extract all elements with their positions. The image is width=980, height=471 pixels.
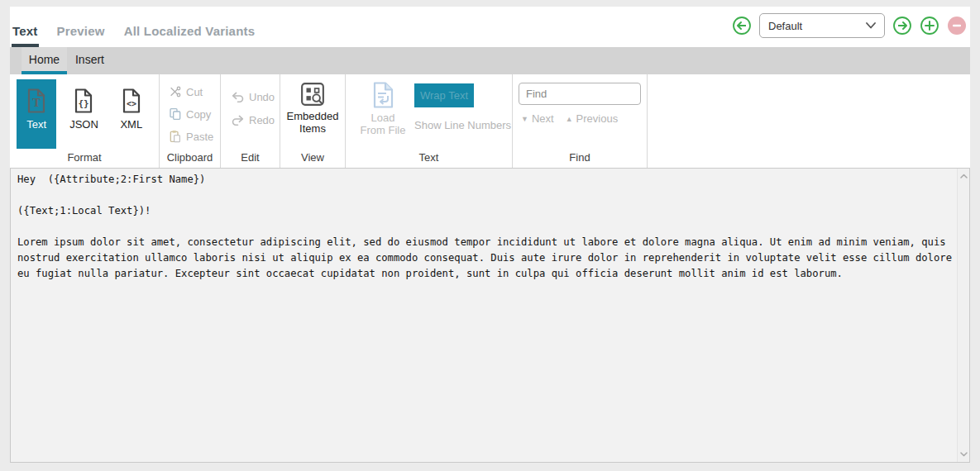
format-group-label: Format bbox=[10, 151, 159, 164]
plus-circle-icon bbox=[920, 16, 939, 36]
svg-text:<>: <> bbox=[127, 99, 136, 108]
load-from-file-icon bbox=[372, 82, 394, 108]
find-nav: ▼ Next ▲ Previous bbox=[519, 112, 647, 125]
variant-dropdown[interactable]: Default bbox=[759, 13, 885, 38]
arrow-left-circle-icon bbox=[732, 16, 752, 36]
ribbon-group-edit: Undo Redo Edit bbox=[221, 74, 280, 168]
next-variant-button[interactable] bbox=[892, 16, 912, 36]
format-json-label: JSON bbox=[69, 118, 98, 131]
show-line-numbers-button[interactable]: Show Line Numbers bbox=[414, 119, 511, 131]
format-text-button[interactable]: T Text bbox=[17, 79, 56, 149]
header: Text Preview All Localized Variants Defa… bbox=[10, 7, 970, 47]
remove-variant-button[interactable] bbox=[947, 16, 967, 36]
wrap-text-button[interactable]: Wrap Text bbox=[414, 83, 474, 107]
previous-variant-button[interactable] bbox=[732, 16, 752, 36]
paste-icon bbox=[169, 130, 182, 143]
ribbon-group-find: ▼ Next ▲ Previous Find bbox=[513, 74, 648, 168]
format-json-button[interactable]: {} JSON bbox=[64, 79, 103, 149]
find-input[interactable] bbox=[519, 83, 641, 105]
view-group-label: View bbox=[280, 151, 345, 164]
ribbon-tab-insert[interactable]: Insert bbox=[67, 47, 112, 74]
find-previous-button[interactable]: ▲ Previous bbox=[566, 112, 619, 125]
text-group-label: Text bbox=[346, 151, 512, 164]
ribbon-tab-home[interactable]: Home bbox=[22, 47, 67, 74]
clipboard-group-label: Clipboard bbox=[160, 151, 220, 164]
paste-label: Paste bbox=[186, 131, 213, 143]
cut-label: Cut bbox=[186, 86, 203, 98]
embedded-items-label: Embedded Items bbox=[283, 110, 342, 135]
tab-all-localized-variants[interactable]: All Localized Variants bbox=[123, 24, 256, 47]
arrow-right-circle-icon bbox=[892, 16, 912, 36]
text-editor: Hey ({Attribute;2:First Name}) ({Text;1:… bbox=[10, 168, 970, 463]
ribbon-group-view: Embedded Items View bbox=[280, 74, 346, 168]
edit-group-label: Edit bbox=[221, 151, 280, 164]
undo-label: Undo bbox=[249, 91, 275, 103]
copy-button[interactable]: Copy bbox=[169, 105, 220, 123]
undo-icon bbox=[231, 91, 245, 103]
editor-scrollbar[interactable] bbox=[957, 169, 969, 462]
redo-icon bbox=[231, 114, 245, 126]
ribbon-tab-band: Home Insert bbox=[10, 47, 970, 74]
paste-button[interactable]: Paste bbox=[169, 127, 220, 145]
ribbon-group-clipboard: Cut Copy Paste Clipboard bbox=[160, 74, 221, 168]
load-from-file-label: Load From File bbox=[357, 112, 409, 136]
find-next-label: Next bbox=[532, 112, 554, 125]
ribbon: T Text {} JSON <> XML Format bbox=[10, 74, 970, 168]
tab-preview[interactable]: Preview bbox=[56, 24, 106, 47]
find-next-button[interactable]: ▼ Next bbox=[521, 112, 554, 125]
json-file-icon: {} bbox=[74, 88, 93, 113]
undo-button[interactable]: Undo bbox=[231, 88, 280, 106]
copy-icon bbox=[169, 107, 182, 121]
tab-text[interactable]: Text bbox=[12, 24, 39, 47]
format-xml-label: XML bbox=[120, 118, 142, 131]
embedded-items-button[interactable]: Embedded Items bbox=[283, 82, 342, 135]
ribbon-spacer bbox=[648, 74, 970, 168]
xml-file-icon: <> bbox=[122, 88, 141, 113]
minus-circle-icon bbox=[947, 16, 967, 36]
find-previous-label: Previous bbox=[576, 112, 619, 125]
svg-text:T: T bbox=[32, 97, 41, 109]
redo-label: Redo bbox=[249, 114, 275, 126]
ribbon-group-text: Load From File Wrap Text Show Line Numbe… bbox=[346, 74, 513, 168]
svg-text:{}: {} bbox=[79, 98, 89, 109]
scroll-up-icon[interactable] bbox=[958, 170, 969, 182]
text-file-icon: T bbox=[26, 88, 46, 113]
content-card: Text Preview All Localized Variants Defa… bbox=[10, 7, 970, 463]
variant-controls: Default bbox=[732, 13, 967, 38]
editor-content[interactable]: Hey ({Attribute;2:First Name}) ({Text;1:… bbox=[11, 169, 957, 462]
triangle-down-icon: ▼ bbox=[521, 115, 528, 123]
ribbon-group-format: T Text {} JSON <> XML Format bbox=[10, 74, 160, 168]
format-text-label: Text bbox=[26, 118, 46, 131]
format-xml-button[interactable]: <> XML bbox=[112, 79, 151, 149]
find-group-label: Find bbox=[513, 151, 647, 164]
chevron-down-icon bbox=[866, 22, 876, 29]
add-variant-button[interactable] bbox=[920, 16, 939, 36]
embedded-items-icon bbox=[300, 82, 325, 107]
scroll-down-icon[interactable] bbox=[958, 449, 969, 460]
copy-label: Copy bbox=[186, 108, 211, 121]
redo-button[interactable]: Redo bbox=[231, 111, 280, 129]
scissors-icon bbox=[169, 85, 182, 98]
variant-dropdown-value: Default bbox=[768, 20, 866, 32]
triangle-up-icon: ▲ bbox=[566, 115, 573, 123]
cut-button[interactable]: Cut bbox=[169, 83, 220, 101]
